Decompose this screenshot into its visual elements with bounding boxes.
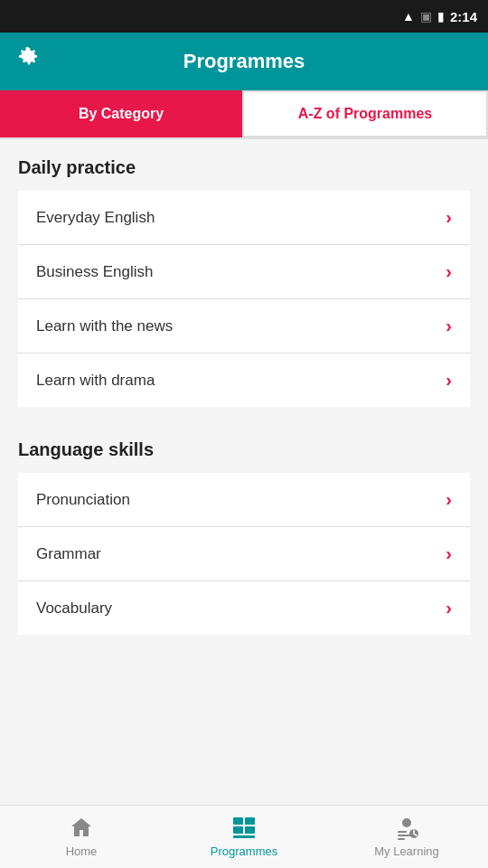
page-title: Programmes [183,50,305,73]
language-skills-list: Pronunciation › Grammar › Vocabulary › [18,473,470,635]
list-item-business-english[interactable]: Business English › [18,245,470,299]
list-item-label: Grammar [36,545,101,563]
list-item-label: Learn with the news [36,317,173,335]
wifi-icon: ▲ [402,9,415,24]
section-daily-practice: Daily practice Everyday English › Busine… [0,139,488,407]
home-icon [69,816,94,841]
my-learning-icon [394,816,419,841]
chevron-icon: › [446,598,452,618]
chevron-icon: › [446,261,452,282]
list-item-label: Business English [36,263,153,281]
svg-rect-9 [398,838,405,840]
svg-point-6 [402,818,411,827]
nav-item-my-learning[interactable]: My Learning [325,806,488,868]
bottom-nav: Home Programmes My Learning [0,805,488,868]
section-title-daily-practice: Daily practice [18,157,470,178]
list-item-pronunciation[interactable]: Pronunciation › [18,473,470,527]
svg-rect-7 [398,831,407,833]
list-item-everyday-english[interactable]: Everyday English › [18,191,470,245]
status-bar: ▲ ▣ ▮ 2:14 [0,0,488,33]
svg-rect-8 [398,835,410,836]
signal-icon: ▣ [420,9,432,24]
svg-rect-2 [245,817,255,825]
list-item-grammar[interactable]: Grammar › [18,527,470,581]
chevron-icon: › [446,207,452,228]
nav-label-programmes: Programmes [211,844,277,858]
svg-rect-5 [233,835,255,838]
programmes-icon [231,816,257,841]
section-title-language-skills: Language skills [18,439,470,460]
content-area: Daily practice Everyday English › Busine… [0,139,488,805]
settings-button[interactable] [16,46,42,78]
list-item-label: Learn with drama [36,372,155,390]
battery-icon: ▮ [437,9,445,24]
tab-bar: By Category A-Z of Programmes [0,90,488,139]
svg-rect-4 [245,826,255,834]
tab-by-category[interactable]: By Category [0,90,242,137]
header: Programmes [0,33,488,90]
status-time: 2:14 [450,9,477,24]
nav-item-home[interactable]: Home [0,806,163,868]
list-item-label: Vocabulary [36,599,112,618]
svg-rect-3 [233,826,243,834]
svg-rect-1 [233,817,243,825]
nav-item-programmes[interactable]: Programmes [163,806,325,868]
daily-practice-list: Everyday English › Business English › Le… [18,191,470,407]
list-item-label: Everyday English [36,209,155,227]
list-item-learn-with-drama[interactable]: Learn with drama › [18,354,470,407]
chevron-icon: › [446,489,452,510]
tab-a-z[interactable]: A-Z of Programmes [242,90,488,137]
list-item-vocabulary[interactable]: Vocabulary › [18,581,470,635]
nav-label-my-learning: My Learning [374,844,439,858]
list-item-label: Pronunciation [36,491,130,509]
list-item-learn-with-news[interactable]: Learn with the news › [18,299,470,354]
chevron-icon: › [446,543,452,564]
chevron-icon: › [446,316,452,336]
section-language-skills: Language skills Pronunciation › Grammar … [0,421,488,635]
nav-label-home: Home [66,844,98,858]
chevron-icon: › [446,370,452,391]
